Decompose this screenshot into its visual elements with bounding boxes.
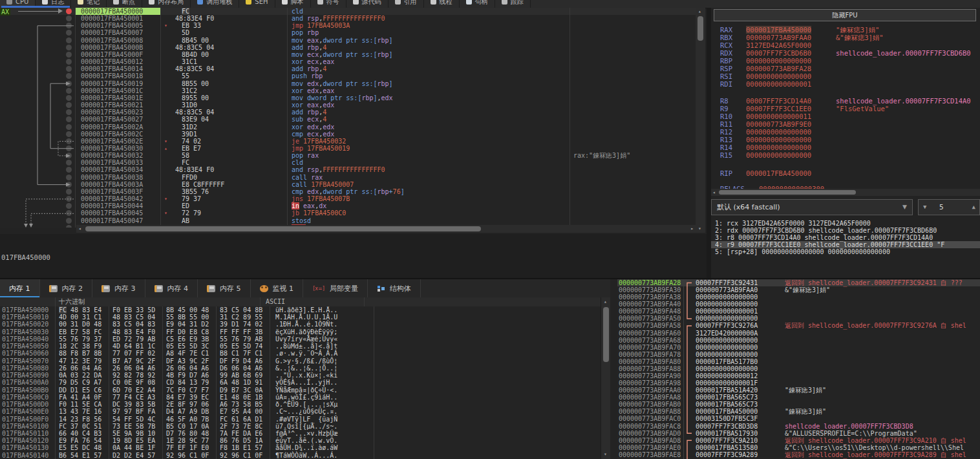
stack-row[interactable]: 000000773AB9FA30000000773AB9FAA0&"鍊冧痣3]娟… bbox=[617, 286, 980, 294]
tab-符号[interactable]: 符号 bbox=[311, 0, 346, 8]
tab-跟踪[interactable]: 跟踪 bbox=[495, 0, 531, 8]
disasm-row[interactable]: 0000017FBA45002348:83C5 04add rbp,4 bbox=[0, 109, 696, 116]
stack-row[interactable]: 000000773AB9FA2800007FF7F3C92431返回到 shel… bbox=[617, 279, 980, 286]
disasm-row[interactable]: 0000017FBA4500088B45 00mov eax,dword ptr… bbox=[0, 37, 696, 44]
stack-row[interactable]: 000000773AB9FAE800007FF7F3C9A289返回到 shel… bbox=[617, 451, 980, 458]
pane-divider[interactable] bbox=[707, 8, 711, 278]
disasm-row[interactable]: 0000017FBA45003448:83E4 F0and rsp,FFFFFF… bbox=[0, 166, 696, 173]
dump-row[interactable]: 017FBA45006088 F8 B7 8B77 07 FF 02A8 4F … bbox=[0, 350, 601, 357]
register-row-rsp[interactable]: RSP000000773AB9FA28 bbox=[711, 65, 980, 72]
tab-内存 4[interactable]: 内存 4 bbox=[145, 279, 198, 297]
dump-row[interactable]: 017FBA450140B6 54 E1 57D2 D2 E4 5792 96 … bbox=[0, 452, 601, 459]
register-row-rbx[interactable]: RBX000000773AB9FAA0&"鍊冧痣3]娟" bbox=[711, 34, 980, 41]
stack-row[interactable]: 000000773AB9FA98000000000000001F bbox=[617, 379, 980, 387]
disasm-row[interactable]: 0000017FBA45001C31C2xor edx,eax bbox=[0, 87, 696, 94]
dump-row[interactable]: 017FBA45011066 40 C4 B35E 9A 9B 10D7 76 … bbox=[0, 430, 601, 437]
stack-row[interactable]: 000000773AB9FA700000000000000000 bbox=[617, 344, 980, 351]
register-row-rcx[interactable]: RCX3127ED42A65F0000 bbox=[711, 41, 980, 49]
stack-row[interactable]: 000000773AB9FA780000000000000000 bbox=[617, 351, 980, 358]
register-row-r8[interactable]: R800007FF7F3CD14A0shellcode_loader.00007… bbox=[711, 97, 980, 105]
disasm-row[interactable]: 0000017FBA450030▴EB E7jmp 17FBA450019 bbox=[0, 145, 696, 152]
disasm-row[interactable]: 0000017FBA450045▾72 79jb 17FBA4500C0 bbox=[0, 209, 696, 217]
tab-监视 1[interactable]: 监视 1 bbox=[251, 279, 304, 297]
scroll-down-icon[interactable]: ▾ bbox=[604, 451, 607, 458]
register-row-r14[interactable]: R140000000000000000 bbox=[711, 144, 980, 151]
register-row-rsi[interactable]: RSI0000000000000000 bbox=[711, 72, 980, 80]
tab-结构体[interactable]: 结构体 bbox=[368, 279, 421, 297]
hide-fpu-button[interactable]: 隐藏FPU bbox=[714, 9, 976, 21]
stack-row[interactable]: 000000773AB9FA900000000000000012 bbox=[617, 372, 980, 379]
disasm-row[interactable]: 0000017FBA45003AE8 C8FFFFFFcall 17FBA450… bbox=[0, 181, 696, 188]
argument-row[interactable]: 4: r9 00007FF7F3CC1EE0 shellcode_loader.… bbox=[711, 241, 980, 248]
dump-row[interactable]: 017FBA45005018 2C 38 F94D 64 B1 1C05 E5 … bbox=[0, 343, 601, 350]
tab-断点[interactable]: 断点 bbox=[107, 0, 142, 8]
stack-row[interactable]: 000000773AB9FA603127ED420000000A bbox=[617, 330, 980, 337]
vertical-splitter[interactable] bbox=[610, 279, 617, 459]
registers-pane[interactable]: 隐藏FPU RAX0000017FBA450000"鍊冧痣3]娟"RBX0000… bbox=[711, 8, 980, 278]
stack-row[interactable]: 000000773AB9FA380000000000000000 bbox=[617, 294, 980, 301]
tab-引用[interactable]: 引用 bbox=[389, 0, 424, 8]
stack-pane[interactable]: 000000773AB9FA2800007FF7F3C92431返回到 shel… bbox=[617, 279, 980, 459]
disasm-row[interactable]: 0000017FBA45002783E9 04sub ecx,4 bbox=[0, 116, 696, 123]
dump-row[interactable]: 017FBA45008026 06 04 A626 06 04 A626 06 … bbox=[0, 365, 601, 372]
dump-row[interactable]: 017FBA450100FC 37 0C 5173 EE 5B 7BB5 C0 … bbox=[0, 423, 601, 430]
tab-源代码[interactable]: 源代码 bbox=[346, 0, 389, 8]
register-row-r10[interactable]: R100000000000000011 bbox=[711, 112, 980, 120]
disasm-row[interactable]: 0000017FBA45002A31D2xor edx,edx bbox=[0, 123, 696, 131]
tab-调用堆栈[interactable]: 调用堆栈 bbox=[191, 0, 239, 8]
register-row-rbp[interactable]: RBP0000000000000000 bbox=[711, 57, 980, 65]
tab-内存 3[interactable]: 内存 3 bbox=[92, 279, 145, 297]
dump-row[interactable]: 017FBA4500A079 D5 C9 A7C0 0E 9F 08CD 84 … bbox=[0, 379, 601, 386]
stack-row[interactable]: 000000773AB9FAB80000017FBA450000"鍊冧痣3]娟" bbox=[617, 408, 980, 415]
register-row-r12[interactable]: R120000000000000000 bbox=[711, 128, 980, 136]
dump-row[interactable]: 017FBA45007047 12 3E 79B7 A7 9C 2FDF A3 … bbox=[0, 358, 601, 365]
register-row-r15[interactable]: R150000000000000000 bbox=[711, 151, 980, 159]
disasm-row[interactable]: 0000017FBA45002E▾74 02je 17FBA450032 bbox=[0, 138, 696, 145]
disasm-row[interactable]: 0000017FBA450042▾79 37jns 17FBA45007B bbox=[0, 195, 696, 202]
stack-row[interactable]: 000000773AB9FA500000000000000000 bbox=[617, 315, 980, 322]
disasm-row[interactable]: 0000017FBA45000148:83E4 F0and rsp,FFFFFF… bbox=[0, 15, 696, 22]
disasm-row[interactable]: 0000017FBA45000F8B4D 00mov ecx,dword ptr… bbox=[0, 51, 696, 58]
register-row-rax[interactable]: RAX0000017FBA450000"鍊冧痣3]娟" bbox=[711, 26, 980, 34]
stack-row[interactable]: 000000773AB9FAD800007FF7F3C9A210返回到 shel… bbox=[617, 437, 980, 444]
disasm-row[interactable]: 0000017FBA450033FCcld bbox=[0, 159, 696, 166]
stack-row[interactable]: 000000773AB9FAA80000017FBA565C73 bbox=[617, 394, 980, 401]
tab-线程[interactable]: 线程 bbox=[424, 0, 460, 8]
arg-count-spinner[interactable]: ▼ 5 ▲ bbox=[918, 199, 980, 215]
stack-row[interactable]: 000000773AB9FAC000003150D7FB5C3F bbox=[617, 415, 980, 422]
stack-row[interactable]: 000000773AB9FA880000000000000000 bbox=[617, 365, 980, 372]
scroll-left-icon[interactable]: ◂ bbox=[78, 225, 81, 233]
register-row-rdi[interactable]: RDI0000000000000001 bbox=[711, 80, 980, 88]
dump-row[interactable]: 017FBA4500104D 00 31 C148 83 C5 0455 8B … bbox=[0, 314, 601, 321]
register-row-r13[interactable]: R130000000000000000 bbox=[711, 136, 980, 144]
tab-句柄[interactable]: 句柄 bbox=[460, 0, 495, 8]
stack-row[interactable]: 000000773AB9FA680000000000000000 bbox=[617, 337, 980, 344]
disasm-row[interactable]: 0000017FBA45001231C1xor ecx,eax bbox=[0, 58, 696, 65]
argument-row[interactable]: 3: r8 00007FF7F3CD14A0 shellcode_loader.… bbox=[711, 234, 980, 241]
dump-row[interactable]: 017FBA450120E9 FA 76 5419 8D E5 EA1E 28 … bbox=[0, 437, 601, 444]
dump-row[interactable]: 017FBA4500B0DD D1 E5 C66D 70 E2 A47C F0 … bbox=[0, 387, 601, 394]
dump-row[interactable]: 017FBA4500C0FA 41 A4 0F77 F4 CE A384 E7 … bbox=[0, 394, 601, 401]
disasm-row[interactable]: 0000017FBA450047ABstosd bbox=[0, 217, 696, 224]
tab-SEH[interactable]: SEH bbox=[239, 0, 275, 8]
tab-内存布局[interactable]: 内存布局 bbox=[142, 0, 191, 8]
disasm-row[interactable]: 0000017FBA450000FCcld bbox=[0, 8, 696, 15]
tab-脚本[interactable]: 脚本 bbox=[275, 0, 311, 8]
scroll-down-icon[interactable]: ▾ bbox=[698, 225, 701, 233]
dump-row[interactable]: 017FBA45002000 31 D0 4883 C5 04 83E9 04 … bbox=[0, 321, 601, 328]
disasm-row[interactable]: 0000017FBA450005▾EB 33jmp 17FBA45003A bbox=[0, 22, 696, 29]
disassembly-vscrollbar[interactable]: ▴ ▾ bbox=[696, 8, 705, 233]
tab-内存 2[interactable]: 内存 2 bbox=[40, 279, 93, 297]
stack-row[interactable]: 000000773AB9FA400000000000000000 bbox=[617, 301, 980, 308]
disasm-row[interactable]: 0000017FBA45003F3B55 76cmp edx,dword ptr… bbox=[0, 188, 696, 195]
tab-局部变量[interactable]: [x=]局部变量 bbox=[303, 279, 368, 297]
register-row-rdx[interactable]: RDX00007FF7F3CBD6B0shellcode_loader.0000… bbox=[711, 49, 980, 57]
argument-row[interactable]: 1: rcx 3127ED42A65F0000 3127ED42A65F0000 bbox=[711, 220, 980, 227]
tab-笔记[interactable]: 笔记 bbox=[71, 0, 107, 8]
scroll-right-icon[interactable]: ▸ bbox=[690, 225, 694, 233]
tab-内存 1[interactable]: 内存 1 bbox=[0, 279, 40, 297]
scroll-up-icon[interactable]: ▴ bbox=[698, 8, 701, 16]
disasm-row[interactable]: 0000017FBA45002131D0xor eax,edx bbox=[0, 101, 696, 109]
dump-row[interactable]: 017FBA450030EB E7 58 FC48 83 E4 F0FF D0 … bbox=[0, 328, 601, 336]
disasm-row[interactable]: 0000017FBA45001448:83C5 04add rbp,4 bbox=[0, 65, 696, 72]
